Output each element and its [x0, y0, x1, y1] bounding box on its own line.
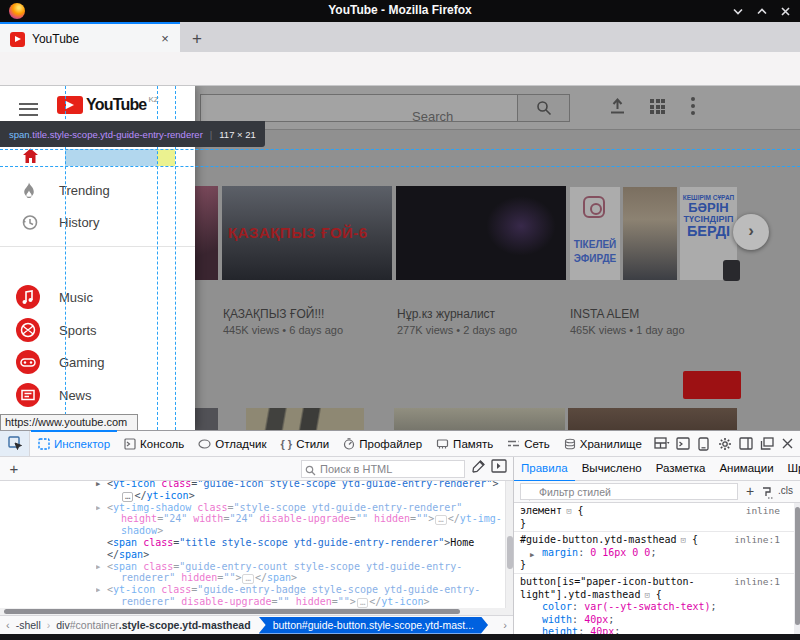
css-rule[interactable]: button[is="paper-icon-button-inline:1lig… [514, 574, 794, 634]
tab-styleeditor[interactable]: { } Стили [274, 431, 337, 456]
style-filter-input[interactable] [520, 483, 738, 500]
html-search-input[interactable] [301, 460, 465, 478]
split-console-icon[interactable] [672, 433, 693, 454]
breadcrumb-item[interactable]: div#container.style-scope.ytd-masthead [56, 619, 250, 631]
tab-network[interactable]: Сеть [500, 431, 557, 456]
youtube-logo[interactable]: YouTube KZ [57, 95, 159, 115]
guide-item-home[interactable] [22, 148, 39, 168]
youtube-search-input[interactable]: Search [200, 94, 518, 122]
tab-youtube[interactable]: YouTube × [0, 24, 180, 52]
markup-line[interactable]: renderer" hidden="">…</span> [95, 572, 505, 584]
tab-debugger[interactable]: Отладчик [191, 431, 273, 456]
tab-layout[interactable]: Разметка [649, 457, 713, 481]
markup-line[interactable]: ▶<yt-icon class="guide-entry-badge style… [95, 584, 505, 596]
markup-horizontal-scrollbar[interactable] [0, 608, 513, 615]
add-rule-button[interactable]: + [742, 483, 758, 499]
video-thumbnail-3-card-1[interactable]: ТІКЕЛЕЙ ЭФИРДЕ [570, 187, 620, 280]
music-icon [16, 285, 40, 309]
css-property[interactable]: height: 40px; [520, 626, 788, 634]
red-button-dimmed[interactable] [683, 371, 741, 399]
markup-line[interactable]: height="24" width="24" disable-upgrade="… [95, 513, 505, 525]
separate-window-icon[interactable] [756, 433, 777, 454]
settings-gear-icon[interactable] [714, 433, 735, 454]
title-bar: YouTube - Mozilla Firefox [0, 0, 800, 22]
class-toggle-button[interactable]: .cls [778, 485, 793, 496]
markup-line[interactable]: ▶<yt-icon class="guide-icon style-scope … [95, 481, 505, 490]
rule-source-link[interactable]: inline:1 [734, 534, 780, 547]
breadcrumb-item-selected[interactable]: button#guide-button.style-scope.ytd-mast… [259, 617, 488, 634]
firefox-window: YouTube - Mozilla Firefox YouTube × + i [0, 0, 800, 640]
css-property[interactable]: color: var(--yt-swatch-text); [520, 601, 788, 614]
tab-inspector[interactable]: Инспектор [31, 431, 117, 456]
add-node-button[interactable]: + [4, 459, 24, 479]
maximize-icon[interactable] [757, 8, 767, 15]
video-title[interactable]: INSTA ALEM [570, 307, 639, 321]
nav-toolbar: i https://www.youtube.com ⋯ ☆ [0, 52, 800, 86]
rule-source-link[interactable]: inline:1 [734, 576, 780, 589]
rules-scrollbar[interactable] [794, 503, 800, 634]
eyedropper-icon[interactable] [471, 459, 486, 478]
video-thumbnail-partial[interactable] [195, 186, 218, 280]
video-thumbnail-row2[interactable] [246, 408, 364, 430]
breadcrumb-item[interactable]: -shell [16, 619, 41, 631]
frame-select-icon[interactable] [651, 433, 672, 454]
rules-filter-row: + .cls [514, 481, 800, 503]
carousel-next-button[interactable]: › [733, 214, 769, 250]
markup-vertical-scrollbar[interactable] [505, 481, 513, 608]
markup-line[interactable]: </span> [95, 549, 505, 561]
breadcrumb-forward-icon[interactable]: › [503, 619, 507, 631]
close-devtools-icon[interactable] [777, 433, 798, 454]
devtools-toolbar: Инспектор Консоль Отладчик { } Стили Про… [0, 431, 800, 457]
tab-performance[interactable]: Профайлер [336, 431, 429, 456]
close-icon[interactable] [781, 7, 790, 16]
tab-rules[interactable]: Правила [514, 457, 575, 481]
tab-console[interactable]: Консоль [117, 431, 191, 456]
markup-line[interactable]: <span class="title style-scope ytd-guide… [95, 537, 505, 549]
node-dimensions: 117 × 21 [219, 129, 256, 140]
three-pane-toggle-icon[interactable] [491, 459, 507, 477]
apps-grid-icon[interactable] [650, 99, 667, 116]
video-thumbnail-row2[interactable] [568, 408, 737, 430]
video-thumbnail-1[interactable]: ҚАЗАҚПЫЗ ҒОЙ-6 [222, 186, 392, 280]
markup-line[interactable]: renderer" disable-upgrade="" hidden="">…… [95, 596, 505, 608]
video-thumbnail-3-card-2[interactable] [623, 187, 677, 280]
css-property[interactable]: ▶margin: 0 16px 0 0; [520, 547, 788, 560]
responsive-mode-icon[interactable] [693, 433, 714, 454]
breadcrumb-back-icon[interactable]: ‹ [0, 619, 16, 631]
markup-line[interactable]: …</yt-icon> [95, 490, 505, 502]
breadcrumb: ‹ -shell › div#container.style-scope.ytd… [0, 615, 513, 634]
css-property[interactable]: width: 40px; [520, 614, 788, 627]
new-tab-button[interactable]: + [184, 26, 210, 52]
video-thumbnail-row2[interactable] [394, 408, 565, 430]
link-status-tooltip: https://www.youtube.com [0, 414, 138, 430]
tab-animations[interactable]: Анимации [712, 457, 780, 481]
pseudo-class-icon[interactable] [762, 485, 775, 503]
video-title[interactable]: ҚАЗАҚПЫЗ ҒОЙ!!! [223, 307, 324, 321]
css-rule[interactable]: #guide-button.ytd-masthead⊡ {inline:1▶ma… [514, 532, 794, 574]
rule-source-link[interactable]: inline [746, 505, 780, 518]
tab-fonts[interactable]: Шр [781, 457, 800, 481]
youtube-search-button[interactable] [518, 94, 570, 122]
video-thumbnail-2[interactable] [396, 186, 566, 280]
css-rule[interactable]: элемент⊡ {inline} [514, 503, 794, 532]
guide-item-trending[interactable]: Trending [59, 183, 110, 198]
video-title[interactable]: Нұр.кз журналист [397, 307, 495, 321]
guide-item-news[interactable]: News [59, 388, 92, 403]
youtube-favicon-icon [10, 32, 25, 47]
tab-close-icon[interactable]: × [155, 29, 175, 49]
markup-line[interactable]: ▶<yt-img-shadow class="style-scope ytd-g… [95, 502, 505, 514]
element-picker-icon[interactable] [0, 431, 30, 456]
kebab-menu-icon[interactable] [691, 97, 695, 118]
upload-icon[interactable] [608, 97, 627, 120]
tab-memory[interactable]: Память [429, 431, 500, 456]
tab-computed[interactable]: Вычислено [575, 457, 649, 481]
tab-storage[interactable]: Хранилище [557, 431, 649, 456]
rules-sidebar: Правила Вычислено Разметка Анимации Шр ▼… [513, 457, 800, 634]
video-thumbnail-row2[interactable] [195, 408, 218, 430]
markup-line[interactable]: shadow> [95, 525, 505, 537]
dock-side-icon[interactable] [735, 433, 756, 454]
markup-line[interactable]: ▶<span class="guide-entry-count style-sc… [95, 561, 505, 573]
minimize-icon[interactable] [733, 8, 743, 15]
guide-hamburger-icon[interactable] [19, 99, 38, 119]
youtube-logo-icon [57, 96, 83, 114]
